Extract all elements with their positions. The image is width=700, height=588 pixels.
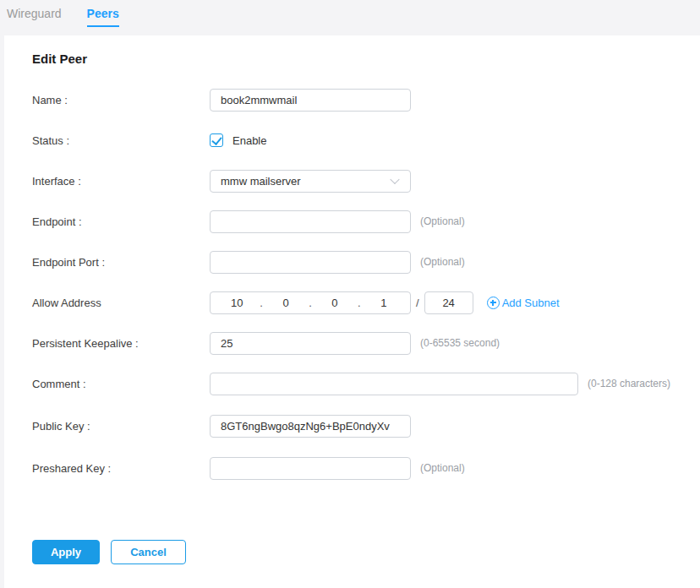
form-row-public-key: Public Key :: [32, 404, 700, 448]
endpoint-hint: (Optional): [420, 215, 465, 227]
name-input[interactable]: [210, 89, 411, 112]
ip-octet-2[interactable]: [263, 297, 309, 309]
ip-octet-4[interactable]: [361, 297, 407, 309]
cidr-slash: /: [416, 297, 419, 309]
ip-octet-1[interactable]: [214, 297, 260, 309]
persistent-keepalive-label: Persistent Keepalive :: [32, 337, 210, 350]
comment-hint: (0-128 characters): [588, 378, 670, 389]
preshared-key-input[interactable]: [210, 457, 411, 480]
add-subnet-link[interactable]: Add Subnet: [487, 297, 560, 309]
form-row-preshared-key: Preshared Key : (Optional): [32, 448, 700, 488]
status-label: Status :: [32, 134, 210, 147]
comment-input[interactable]: [210, 373, 578, 395]
allow-address-label: Allow Address: [32, 297, 210, 309]
add-circle-icon: [487, 297, 500, 309]
cancel-button[interactable]: Cancel: [111, 540, 186, 564]
form-row-name: Name :: [32, 79, 700, 120]
form-row-endpoint: Endpoint : (Optional): [32, 201, 700, 242]
chevron-down-icon: [390, 175, 399, 184]
endpoint-port-input[interactable]: [210, 251, 411, 274]
apply-button[interactable]: Apply: [32, 540, 100, 564]
add-subnet-label: Add Subnet: [502, 297, 560, 309]
form-row-status: Status : Enable: [32, 120, 700, 161]
interface-select[interactable]: mmw mailserver: [210, 170, 411, 193]
endpoint-input[interactable]: [210, 210, 411, 233]
edit-peer-panel: Edit Peer Name : Status : Enable Interfa…: [4, 35, 700, 588]
tab-peers[interactable]: Peers: [87, 7, 119, 27]
button-row: Apply Cancel: [32, 540, 700, 564]
tab-wireguard[interactable]: Wireguard: [7, 7, 62, 25]
name-label: Name :: [32, 94, 210, 106]
form-row-allow-address: Allow Address . . . / Add Subnet: [32, 282, 700, 323]
endpoint-label: Endpoint :: [32, 215, 210, 228]
public-key-label: Public Key :: [32, 420, 210, 433]
cidr-prefix-input[interactable]: [424, 291, 473, 314]
persistent-keepalive-input[interactable]: [210, 332, 411, 355]
endpoint-port-label: Endpoint Port :: [32, 256, 210, 269]
form-row-endpoint-port: Endpoint Port : (Optional): [32, 242, 700, 282]
interface-selected-value: mmw mailserver: [221, 175, 301, 188]
endpoint-port-hint: (Optional): [420, 256, 465, 268]
status-checkbox-label: Enable: [232, 134, 266, 147]
page-title: Edit Peer: [32, 52, 700, 66]
preshared-key-hint: (Optional): [420, 462, 465, 474]
interface-label: Interface :: [32, 175, 210, 188]
tab-bar: Wireguard Peers: [0, 0, 700, 27]
form-row-comment: Comment : (0-128 characters): [32, 363, 700, 404]
ip-octet-3[interactable]: [312, 297, 358, 309]
public-key-input[interactable]: [210, 415, 411, 438]
comment-label: Comment :: [32, 378, 210, 390]
preshared-key-label: Preshared Key :: [32, 462, 210, 475]
form-row-interface: Interface : mmw mailserver: [32, 161, 700, 201]
form-row-persistent-keepalive: Persistent Keepalive : (0-65535 second): [32, 323, 700, 363]
status-enable-checkbox[interactable]: [210, 133, 223, 147]
allow-address-ip-input: . . .: [210, 291, 411, 314]
persistent-keepalive-hint: (0-65535 second): [420, 337, 500, 349]
